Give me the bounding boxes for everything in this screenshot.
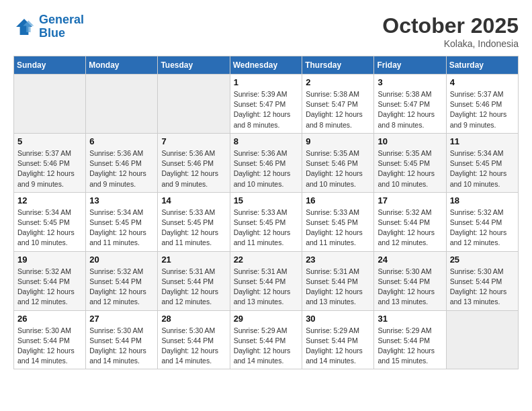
day-number: 6 (89, 136, 154, 146)
weekday-sunday: Sunday (14, 56, 86, 75)
day-cell: 16Sunrise: 5:33 AMSunset: 5:45 PMDayligh… (302, 192, 374, 251)
week-row-3: 12Sunrise: 5:34 AMSunset: 5:45 PMDayligh… (14, 192, 519, 251)
day-cell: 7Sunrise: 5:36 AMSunset: 5:46 PMDaylight… (158, 133, 230, 192)
day-number: 27 (89, 314, 154, 324)
day-info: Sunrise: 5:29 AMSunset: 5:44 PMDaylight:… (306, 326, 370, 367)
day-number: 2 (306, 77, 370, 87)
day-info: Sunrise: 5:29 AMSunset: 5:44 PMDaylight:… (234, 326, 299, 367)
day-number: 30 (306, 314, 370, 324)
day-number: 13 (89, 195, 154, 205)
day-cell: 20Sunrise: 5:32 AMSunset: 5:44 PMDayligh… (86, 251, 158, 310)
day-cell: 10Sunrise: 5:35 AMSunset: 5:45 PMDayligh… (374, 133, 446, 192)
day-number: 11 (450, 136, 515, 146)
day-cell: 21Sunrise: 5:31 AMSunset: 5:44 PMDayligh… (158, 251, 230, 310)
day-info: Sunrise: 5:34 AMSunset: 5:45 PMDaylight:… (89, 208, 154, 248)
logo: General Blue (13, 13, 84, 40)
day-cell: 14Sunrise: 5:33 AMSunset: 5:45 PMDayligh… (158, 192, 230, 251)
day-number: 20 (89, 255, 154, 265)
day-number: 15 (234, 195, 299, 205)
day-cell: 30Sunrise: 5:29 AMSunset: 5:44 PMDayligh… (302, 310, 374, 369)
day-number: 26 (17, 314, 82, 324)
day-info: Sunrise: 5:34 AMSunset: 5:45 PMDaylight:… (450, 148, 515, 189)
day-cell: 18Sunrise: 5:32 AMSunset: 5:44 PMDayligh… (446, 192, 518, 251)
week-row-4: 19Sunrise: 5:32 AMSunset: 5:44 PMDayligh… (14, 251, 519, 310)
day-number: 19 (17, 255, 82, 265)
day-number: 22 (234, 255, 299, 265)
day-cell: 31Sunrise: 5:29 AMSunset: 5:44 PMDayligh… (374, 310, 446, 369)
day-info: Sunrise: 5:30 AMSunset: 5:44 PMDaylight:… (161, 326, 226, 367)
day-cell: 4Sunrise: 5:37 AMSunset: 5:46 PMDaylight… (446, 75, 518, 134)
logo-icon (13, 16, 35, 38)
day-cell: 3Sunrise: 5:38 AMSunset: 5:47 PMDaylight… (374, 75, 446, 134)
day-info: Sunrise: 5:33 AMSunset: 5:45 PMDaylight:… (161, 208, 226, 248)
day-info: Sunrise: 5:39 AMSunset: 5:47 PMDaylight:… (234, 89, 299, 130)
day-number: 1 (234, 77, 299, 87)
day-info: Sunrise: 5:38 AMSunset: 5:47 PMDaylight:… (378, 89, 442, 130)
logo-line2: Blue (39, 26, 65, 40)
week-row-1: 1Sunrise: 5:39 AMSunset: 5:47 PMDaylight… (14, 75, 519, 134)
weekday-saturday: Saturday (446, 56, 518, 75)
day-info: Sunrise: 5:32 AMSunset: 5:44 PMDaylight:… (89, 267, 154, 308)
day-number: 28 (161, 314, 226, 324)
day-info: Sunrise: 5:36 AMSunset: 5:46 PMDaylight:… (234, 148, 299, 189)
day-info: Sunrise: 5:34 AMSunset: 5:45 PMDaylight:… (17, 208, 82, 248)
day-number: 10 (378, 136, 442, 146)
day-info: Sunrise: 5:31 AMSunset: 5:44 PMDaylight:… (234, 267, 299, 308)
day-number: 9 (306, 136, 370, 146)
weekday-thursday: Thursday (302, 56, 374, 75)
day-number: 8 (234, 136, 299, 146)
day-info: Sunrise: 5:32 AMSunset: 5:44 PMDaylight:… (450, 208, 515, 248)
weekday-wednesday: Wednesday (230, 56, 302, 75)
day-info: Sunrise: 5:35 AMSunset: 5:46 PMDaylight:… (306, 148, 370, 189)
day-info: Sunrise: 5:32 AMSunset: 5:44 PMDaylight:… (378, 208, 442, 248)
day-number: 4 (450, 77, 515, 87)
logo-line1: General (39, 13, 84, 26)
weekday-tuesday: Tuesday (158, 56, 230, 75)
day-cell (86, 75, 158, 134)
day-number: 18 (450, 195, 515, 205)
day-info: Sunrise: 5:30 AMSunset: 5:44 PMDaylight:… (378, 267, 442, 308)
title-block: October 2025 Kolaka, Indonesia (382, 13, 519, 49)
day-number: 25 (450, 255, 515, 265)
day-cell (446, 310, 518, 369)
day-number: 3 (378, 77, 442, 87)
week-row-5: 26Sunrise: 5:30 AMSunset: 5:44 PMDayligh… (14, 310, 519, 369)
weekday-header-row: SundayMondayTuesdayWednesdayThursdayFrid… (14, 56, 519, 75)
day-cell: 23Sunrise: 5:31 AMSunset: 5:44 PMDayligh… (302, 251, 374, 310)
day-info: Sunrise: 5:33 AMSunset: 5:45 PMDaylight:… (306, 208, 370, 248)
day-cell: 22Sunrise: 5:31 AMSunset: 5:44 PMDayligh… (230, 251, 302, 310)
week-row-2: 5Sunrise: 5:37 AMSunset: 5:46 PMDaylight… (14, 133, 519, 192)
day-info: Sunrise: 5:37 AMSunset: 5:46 PMDaylight:… (450, 89, 515, 130)
day-number: 12 (17, 195, 82, 205)
day-cell: 28Sunrise: 5:30 AMSunset: 5:44 PMDayligh… (158, 310, 230, 369)
day-info: Sunrise: 5:30 AMSunset: 5:44 PMDaylight:… (17, 326, 82, 367)
day-info: Sunrise: 5:32 AMSunset: 5:44 PMDaylight:… (17, 267, 82, 308)
day-cell: 12Sunrise: 5:34 AMSunset: 5:45 PMDayligh… (14, 192, 86, 251)
day-cell: 19Sunrise: 5:32 AMSunset: 5:44 PMDayligh… (14, 251, 86, 310)
day-cell: 17Sunrise: 5:32 AMSunset: 5:44 PMDayligh… (374, 192, 446, 251)
day-cell: 9Sunrise: 5:35 AMSunset: 5:46 PMDaylight… (302, 133, 374, 192)
day-info: Sunrise: 5:37 AMSunset: 5:46 PMDaylight:… (17, 148, 82, 189)
day-number: 29 (234, 314, 299, 324)
day-info: Sunrise: 5:36 AMSunset: 5:46 PMDaylight:… (89, 148, 154, 189)
day-cell: 25Sunrise: 5:30 AMSunset: 5:44 PMDayligh… (446, 251, 518, 310)
day-number: 31 (378, 314, 442, 324)
day-cell: 1Sunrise: 5:39 AMSunset: 5:47 PMDaylight… (230, 75, 302, 134)
day-cell: 5Sunrise: 5:37 AMSunset: 5:46 PMDaylight… (14, 133, 86, 192)
day-number: 24 (378, 255, 442, 265)
day-cell: 13Sunrise: 5:34 AMSunset: 5:45 PMDayligh… (86, 192, 158, 251)
day-cell: 27Sunrise: 5:30 AMSunset: 5:44 PMDayligh… (86, 310, 158, 369)
day-cell: 11Sunrise: 5:34 AMSunset: 5:45 PMDayligh… (446, 133, 518, 192)
day-info: Sunrise: 5:36 AMSunset: 5:46 PMDaylight:… (161, 148, 226, 189)
day-info: Sunrise: 5:31 AMSunset: 5:44 PMDaylight:… (161, 267, 226, 308)
weekday-friday: Friday (374, 56, 446, 75)
day-number: 16 (306, 195, 370, 205)
logo-text: General Blue (39, 13, 84, 40)
day-info: Sunrise: 5:29 AMSunset: 5:44 PMDaylight:… (378, 326, 442, 367)
weekday-monday: Monday (86, 56, 158, 75)
day-cell: 2Sunrise: 5:38 AMSunset: 5:47 PMDaylight… (302, 75, 374, 134)
day-cell: 15Sunrise: 5:33 AMSunset: 5:45 PMDayligh… (230, 192, 302, 251)
day-cell: 24Sunrise: 5:30 AMSunset: 5:44 PMDayligh… (374, 251, 446, 310)
page-header: General Blue October 2025 Kolaka, Indone… (13, 13, 519, 49)
day-cell: 26Sunrise: 5:30 AMSunset: 5:44 PMDayligh… (14, 310, 86, 369)
